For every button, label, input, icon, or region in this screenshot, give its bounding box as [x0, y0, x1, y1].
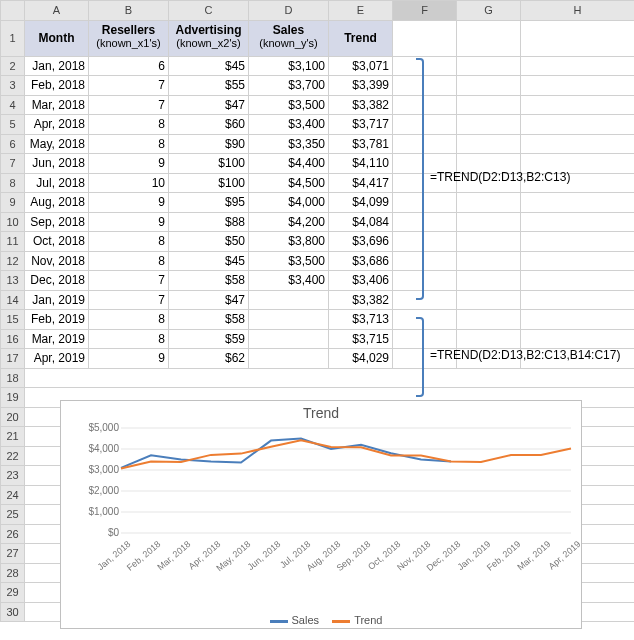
cell-sales[interactable] — [249, 329, 329, 349]
cell-resellers[interactable]: 8 — [89, 310, 169, 330]
cell-trend[interactable]: $4,099 — [329, 193, 393, 213]
cell-month[interactable]: Jun, 2018 — [25, 154, 89, 174]
cell-sales[interactable]: $3,700 — [249, 76, 329, 96]
cell-resellers[interactable]: 10 — [89, 173, 169, 193]
cell-month[interactable]: Jan, 2019 — [25, 290, 89, 310]
cell-trend[interactable]: $3,713 — [329, 310, 393, 330]
col-E[interactable]: E — [329, 1, 393, 21]
cell[interactable] — [457, 134, 521, 154]
cell[interactable] — [393, 329, 457, 349]
cell-advertising[interactable]: $88 — [169, 212, 249, 232]
cell-month[interactable]: Feb, 2019 — [25, 310, 89, 330]
cell[interactable] — [393, 212, 457, 232]
cell-resellers[interactable]: 8 — [89, 134, 169, 154]
row-head[interactable]: 8 — [1, 173, 25, 193]
cell[interactable] — [393, 20, 457, 56]
row-head[interactable]: 20 — [1, 407, 25, 427]
cell[interactable] — [457, 251, 521, 271]
cell-trend[interactable]: $3,717 — [329, 115, 393, 135]
cell-sales[interactable]: $3,400 — [249, 271, 329, 291]
cell-advertising[interactable]: $47 — [169, 95, 249, 115]
cell-trend[interactable]: $3,696 — [329, 232, 393, 252]
col-D[interactable]: D — [249, 1, 329, 21]
cell-trend[interactable]: $3,715 — [329, 329, 393, 349]
row-head[interactable]: 22 — [1, 446, 25, 466]
cell-trend[interactable]: $4,084 — [329, 212, 393, 232]
cell-sales[interactable]: $4,000 — [249, 193, 329, 213]
cell[interactable] — [393, 115, 457, 135]
cell-advertising[interactable]: $47 — [169, 290, 249, 310]
select-all[interactable] — [1, 1, 25, 21]
row-head[interactable]: 9 — [1, 193, 25, 213]
cell[interactable] — [393, 271, 457, 291]
cell-resellers[interactable]: 7 — [89, 271, 169, 291]
row-head[interactable]: 14 — [1, 290, 25, 310]
cell[interactable] — [521, 134, 635, 154]
cell-trend[interactable]: $3,686 — [329, 251, 393, 271]
cell-month[interactable]: Apr, 2019 — [25, 349, 89, 369]
cell-month[interactable]: Apr, 2018 — [25, 115, 89, 135]
cell-trend[interactable]: $3,399 — [329, 76, 393, 96]
cell[interactable] — [457, 115, 521, 135]
hdr-sales[interactable]: Sales(known_y's) — [249, 20, 329, 56]
cell[interactable] — [393, 232, 457, 252]
cell-resellers[interactable]: 9 — [89, 154, 169, 174]
cell[interactable] — [521, 232, 635, 252]
cell[interactable] — [457, 290, 521, 310]
cell-month[interactable]: Mar, 2018 — [25, 95, 89, 115]
row-head[interactable]: 27 — [1, 544, 25, 564]
hdr-advertising[interactable]: Advertising(known_x2's) — [169, 20, 249, 56]
row-head[interactable]: 4 — [1, 95, 25, 115]
chart[interactable]: Trend Sales Trend $0$1,000$2,000$3,000$4… — [60, 400, 582, 629]
cell-advertising[interactable]: $60 — [169, 115, 249, 135]
cell[interactable] — [25, 368, 635, 388]
cell-sales[interactable]: $3,800 — [249, 232, 329, 252]
cell-sales[interactable]: $3,400 — [249, 115, 329, 135]
cell-resellers[interactable]: 9 — [89, 193, 169, 213]
hdr-month[interactable]: Month — [25, 20, 89, 56]
cell-month[interactable]: Aug, 2018 — [25, 193, 89, 213]
cell-month[interactable]: Oct, 2018 — [25, 232, 89, 252]
cell-resellers[interactable]: 6 — [89, 56, 169, 76]
cell[interactable] — [393, 251, 457, 271]
cell[interactable] — [521, 56, 635, 76]
cell-month[interactable]: May, 2018 — [25, 134, 89, 154]
cell-resellers[interactable]: 7 — [89, 290, 169, 310]
cell[interactable] — [521, 329, 635, 349]
cell-sales[interactable] — [249, 349, 329, 369]
col-B[interactable]: B — [89, 1, 169, 21]
cell[interactable] — [457, 76, 521, 96]
row-1[interactable]: 1 — [1, 20, 25, 56]
row-head[interactable]: 24 — [1, 485, 25, 505]
cell[interactable] — [521, 115, 635, 135]
cell-resellers[interactable]: 7 — [89, 95, 169, 115]
row-head[interactable]: 16 — [1, 329, 25, 349]
cell[interactable] — [393, 76, 457, 96]
cell[interactable] — [457, 56, 521, 76]
cell-sales[interactable]: $3,500 — [249, 95, 329, 115]
cell[interactable] — [521, 251, 635, 271]
col-A[interactable]: A — [25, 1, 89, 21]
cell-sales[interactable]: $4,400 — [249, 154, 329, 174]
row-head[interactable]: 26 — [1, 524, 25, 544]
cell[interactable] — [521, 20, 635, 56]
cell-trend[interactable]: $4,110 — [329, 154, 393, 174]
cell-advertising[interactable]: $45 — [169, 56, 249, 76]
cell-advertising[interactable]: $58 — [169, 310, 249, 330]
cell[interactable] — [457, 232, 521, 252]
row-head[interactable]: 25 — [1, 505, 25, 525]
cell-trend[interactable]: $3,071 — [329, 56, 393, 76]
cell-trend[interactable]: $4,417 — [329, 173, 393, 193]
cell-advertising[interactable]: $45 — [169, 251, 249, 271]
cell-month[interactable]: Sep, 2018 — [25, 212, 89, 232]
cell-advertising[interactable]: $90 — [169, 134, 249, 154]
col-C[interactable]: C — [169, 1, 249, 21]
cell-trend[interactable]: $3,382 — [329, 95, 393, 115]
cell-resellers[interactable]: 8 — [89, 251, 169, 271]
cell-resellers[interactable]: 7 — [89, 76, 169, 96]
cell-sales[interactable]: $3,100 — [249, 56, 329, 76]
cell[interactable] — [457, 20, 521, 56]
cell[interactable] — [521, 95, 635, 115]
row-head[interactable]: 23 — [1, 466, 25, 486]
row-head[interactable]: 13 — [1, 271, 25, 291]
